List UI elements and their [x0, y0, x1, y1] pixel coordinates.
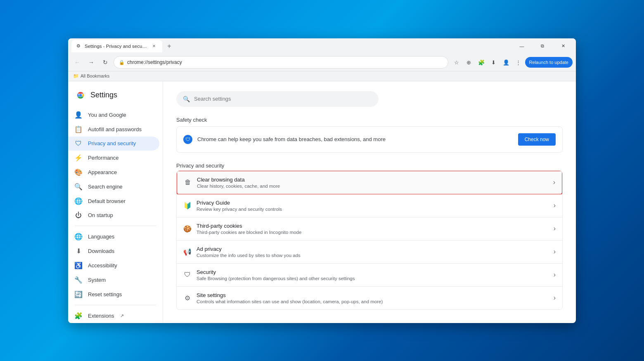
- bookmarks-bar: 📁 All Bookmarks: [68, 71, 576, 81]
- third-party-cookies-arrow: ›: [554, 225, 556, 232]
- security-item[interactable]: 🛡 Security Safe Browsing (protection fro…: [177, 264, 562, 287]
- clear-browsing-data-title: Clear browsing data: [197, 177, 548, 183]
- appearance-icon: 🎨: [75, 168, 82, 176]
- browser-window: ⚙ Settings - Privacy and security ✕ + — …: [68, 38, 576, 323]
- bookmark-star-icon[interactable]: ☆: [451, 57, 462, 68]
- safety-check-title: Safety check: [176, 117, 563, 123]
- sidebar-label-performance: Performance: [88, 155, 118, 161]
- sidebar-item-appearance[interactable]: 🎨 Appearance: [68, 165, 159, 179]
- sidebar-label-on-startup: On startup: [88, 212, 113, 218]
- download-icon[interactable]: ⬇: [488, 57, 500, 68]
- clear-browsing-data-item[interactable]: 🗑 Clear browsing data Clear history, coo…: [176, 170, 563, 195]
- privacy-section-title: Privacy and security: [176, 163, 563, 169]
- menu-icon[interactable]: ⋮: [513, 57, 524, 68]
- ad-privacy-text: Ad privacy Customize the info used by si…: [197, 246, 549, 258]
- site-settings-title: Site settings: [197, 292, 549, 298]
- languages-icon: 🌐: [75, 233, 82, 241]
- sidebar-divider-1: [75, 226, 156, 226]
- sidebar-item-extensions[interactable]: 🧩 Extensions ↗: [68, 309, 159, 323]
- sidebar-item-autofill[interactable]: 📋 Autofill and passwords: [68, 122, 159, 137]
- sidebar-item-system[interactable]: 🔧 System: [68, 273, 159, 287]
- sidebar-item-accessibility[interactable]: ♿ Accessibility: [68, 258, 159, 273]
- sidebar-label-default-browser: Default browser: [88, 198, 125, 204]
- tune-icon[interactable]: ⊕: [463, 57, 475, 68]
- clear-browsing-data-subtitle: Clear history, cookies, cache, and more: [197, 184, 548, 189]
- back-button[interactable]: ←: [71, 57, 83, 68]
- site-settings-arrow: ›: [554, 294, 556, 302]
- safety-check-description: Chrome can help keep you safe from data …: [197, 136, 513, 142]
- toolbar-right: ☆ ⊕ 🧩 ⬇ 👤 ⋮ Relaunch to update: [451, 57, 573, 68]
- close-button[interactable]: ✕: [554, 40, 573, 52]
- search-engine-icon: 🔍: [75, 183, 82, 191]
- sidebar-label-reset-settings: Reset settings: [88, 291, 122, 297]
- privacy-guide-text: Privacy Guide Review key privacy and sec…: [197, 200, 549, 212]
- address-bar[interactable]: 🔒 chrome://settings/privacy: [114, 56, 448, 68]
- reload-button[interactable]: ↻: [99, 57, 111, 68]
- on-startup-icon: ⏻: [75, 212, 82, 219]
- sidebar-item-privacy[interactable]: 🛡 Privacy and security: [68, 137, 159, 151]
- sidebar-item-default-browser[interactable]: 🌐 Default browser: [68, 194, 159, 208]
- sidebar-item-reset-settings[interactable]: 🔄 Reset settings: [68, 287, 159, 302]
- privacy-guide-icon: 🔰: [183, 201, 192, 210]
- ad-privacy-subtitle: Customize the info used by sites to show…: [197, 253, 549, 258]
- relaunch-button[interactable]: Relaunch to update: [525, 57, 573, 68]
- extension-icon[interactable]: 🧩: [476, 57, 487, 68]
- privacy-settings-list: 🗑 Clear browsing data Clear history, coo…: [176, 170, 563, 310]
- sidebar-item-downloads[interactable]: ⬇ Downloads: [68, 244, 159, 258]
- sidebar-item-on-startup[interactable]: ⏻ On startup: [68, 208, 159, 222]
- sidebar-item-search-engine[interactable]: 🔍 Search engine: [68, 179, 159, 194]
- sidebar-item-performance[interactable]: ⚡ Performance: [68, 151, 159, 165]
- tab-close-button[interactable]: ✕: [151, 43, 157, 50]
- settings-header: Settings: [68, 88, 163, 108]
- search-bar[interactable]: 🔍: [176, 91, 379, 107]
- sidebar-item-languages[interactable]: 🌐 Languages: [68, 229, 159, 244]
- bookmarks-label: All Bookmarks: [80, 73, 109, 78]
- content-area: Settings 👤 You and Google 📋 Autofill and…: [68, 81, 576, 323]
- privacy-guide-item[interactable]: 🔰 Privacy Guide Review key privacy and s…: [177, 194, 562, 217]
- search-input[interactable]: [194, 96, 372, 102]
- new-tab-button[interactable]: +: [164, 41, 175, 52]
- third-party-cookies-text: Third-party cookies Third-party cookies …: [197, 223, 549, 235]
- sidebar-label-you-and-google: You and Google: [88, 112, 126, 118]
- clear-browsing-data-icon: 🗑: [184, 178, 192, 186]
- sidebar-label-accessibility: Accessibility: [88, 262, 117, 269]
- check-now-button[interactable]: Check now: [518, 133, 556, 146]
- clear-browsing-data-arrow: ›: [553, 179, 555, 186]
- profile-icon[interactable]: 👤: [500, 57, 512, 68]
- sidebar-item-you-and-google[interactable]: 👤 You and Google: [68, 108, 159, 122]
- third-party-cookies-item[interactable]: 🍪 Third-party cookies Third-party cookie…: [177, 217, 562, 241]
- active-tab[interactable]: ⚙ Settings - Privacy and security ✕: [71, 40, 162, 52]
- nav-bar: ← → ↻ 🔒 chrome://settings/privacy ☆ ⊕ 🧩 …: [68, 54, 576, 71]
- restore-button[interactable]: ⧉: [533, 40, 552, 52]
- sidebar-label-search-engine: Search engine: [88, 184, 123, 190]
- site-settings-text: Site settings Controls what information …: [197, 292, 549, 304]
- address-text: chrome://settings/privacy: [127, 59, 182, 65]
- sidebar-label-system: System: [88, 277, 106, 283]
- autofill-icon: 📋: [75, 125, 82, 133]
- sidebar-label-downloads: Downloads: [88, 248, 114, 254]
- system-icon: 🔧: [75, 276, 82, 284]
- forward-button[interactable]: →: [85, 57, 97, 68]
- site-settings-item[interactable]: ⚙ Site settings Controls what informatio…: [177, 287, 562, 309]
- reset-settings-icon: 🔄: [75, 290, 82, 298]
- default-browser-icon: 🌐: [75, 197, 82, 205]
- sidebar-label-autofill: Autofill and passwords: [88, 126, 142, 132]
- sidebar: Settings 👤 You and Google 📋 Autofill and…: [68, 81, 163, 323]
- security-icon: 🛡: [183, 271, 192, 279]
- safety-check-card: 🛡 Chrome can help keep you safe from dat…: [176, 126, 563, 153]
- address-lock-icon: 🔒: [119, 60, 125, 65]
- accessibility-icon: ♿: [75, 262, 82, 269]
- sidebar-label-extensions: Extensions: [88, 313, 114, 319]
- title-bar: ⚙ Settings - Privacy and security ✕ + — …: [68, 38, 576, 54]
- ad-privacy-icon: 📢: [183, 248, 192, 256]
- ad-privacy-item[interactable]: 📢 Ad privacy Customize the info used by …: [177, 241, 562, 264]
- third-party-cookies-subtitle: Third-party cookies are blocked in Incog…: [197, 230, 549, 235]
- window-controls: — ⧉ ✕: [512, 40, 573, 52]
- tab-title: Settings - Privacy and security: [85, 44, 148, 49]
- settings-panel: 🔍 Safety check 🛡 Chrome can help keep yo…: [163, 81, 576, 323]
- sidebar-label-appearance: Appearance: [88, 169, 117, 175]
- minimize-button[interactable]: —: [512, 40, 531, 52]
- chrome-logo-icon: [75, 90, 86, 101]
- site-settings-subtitle: Controls what information sites can use …: [197, 299, 549, 304]
- site-settings-icon: ⚙: [183, 294, 192, 302]
